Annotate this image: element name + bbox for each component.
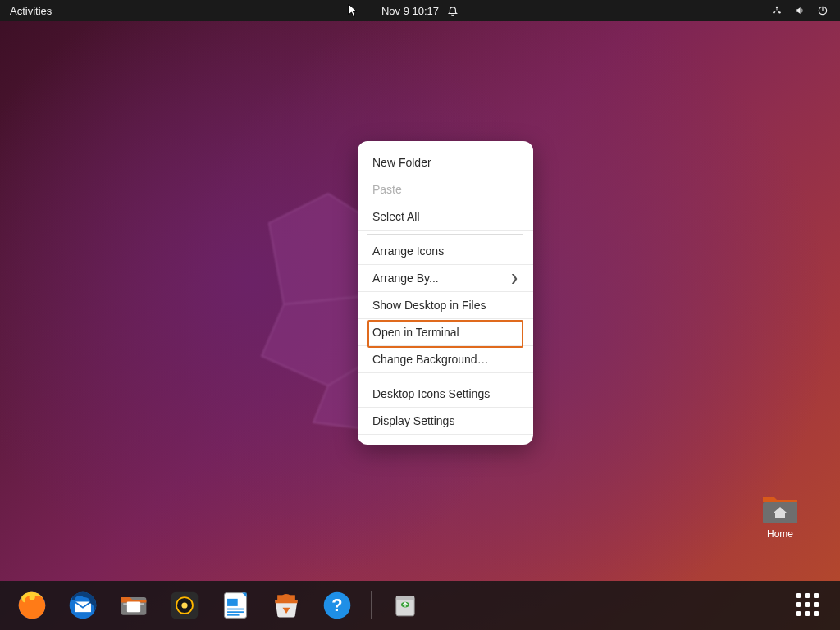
menu-item-new-folder[interactable]: New Folder bbox=[358, 149, 533, 176]
svg-rect-13 bbox=[127, 601, 140, 612]
dock-app-ubuntu-software[interactable] bbox=[269, 588, 304, 623]
apps-grid-icon bbox=[796, 593, 820, 618]
menu-item-label: Display Settings bbox=[372, 414, 454, 427]
svg-point-3 bbox=[776, 7, 778, 8]
menu-item-show-desktop-in-files[interactable]: Show Desktop in Files bbox=[358, 292, 533, 319]
menu-item-label: Open in Terminal bbox=[372, 326, 459, 339]
dock-app-firefox[interactable] bbox=[15, 588, 49, 623]
menu-item-label: Desktop Icons Settings bbox=[372, 387, 490, 400]
dock-app-trash[interactable] bbox=[388, 588, 422, 623]
menu-item-label: New Folder bbox=[372, 156, 431, 169]
menu-item-label: Select All bbox=[372, 210, 420, 223]
dock: ? bbox=[0, 581, 840, 630]
menu-item-label: Show Desktop in Files bbox=[372, 299, 486, 312]
menu-item-desktop-icons-settings[interactable]: Desktop Icons Settings bbox=[358, 381, 533, 408]
dock-app-files[interactable] bbox=[116, 588, 151, 623]
dock-app-help[interactable]: ? bbox=[320, 588, 354, 623]
menu-item-select-all[interactable]: Select All bbox=[358, 203, 533, 231]
menu-item-label: Change Background… bbox=[372, 353, 489, 366]
home-folder-icon bbox=[761, 492, 799, 525]
menu-separator bbox=[368, 377, 523, 377]
chevron-right-icon: ❯ bbox=[510, 272, 518, 284]
activities-button[interactable]: Activities bbox=[0, 0, 62, 21]
menu-item-display-settings[interactable]: Display Settings bbox=[358, 408, 533, 435]
menu-item-arrange-by[interactable]: Arrange By... ❯ bbox=[358, 265, 533, 292]
notifications-icon[interactable] bbox=[447, 5, 459, 16]
network-icon[interactable] bbox=[771, 5, 783, 16]
menu-item-arrange-icons[interactable]: Arrange Icons bbox=[358, 238, 533, 265]
show-applications-button[interactable] bbox=[791, 588, 825, 623]
svg-rect-23 bbox=[277, 595, 295, 600]
menu-item-label: Arrange By... bbox=[372, 272, 439, 285]
svg-text:?: ? bbox=[331, 595, 342, 615]
clock-label: Nov 9 10:17 bbox=[381, 5, 439, 17]
menu-separator bbox=[368, 234, 523, 235]
svg-rect-27 bbox=[396, 596, 414, 600]
menu-item-paste: Paste bbox=[358, 176, 533, 203]
topbar-center[interactable]: Nov 9 10:17 bbox=[381, 5, 459, 17]
top-bar: Activities Nov 9 10:17 bbox=[0, 0, 840, 21]
menu-item-label: Arrange Icons bbox=[372, 244, 444, 258]
menu-item-open-in-terminal[interactable]: Open in Terminal bbox=[358, 319, 533, 346]
desktop-context-menu: New Folder Paste Select All Arrange Icon… bbox=[358, 141, 533, 445]
desktop-icon-home[interactable]: Home bbox=[751, 492, 809, 540]
dock-app-rhythmbox[interactable] bbox=[167, 588, 202, 623]
dock-app-libreoffice-writer[interactable] bbox=[218, 588, 253, 623]
menu-item-change-background[interactable]: Change Background… bbox=[358, 346, 533, 373]
activities-label: Activities bbox=[10, 5, 52, 17]
svg-rect-19 bbox=[227, 599, 238, 606]
dock-app-thunderbird[interactable] bbox=[66, 588, 100, 623]
menu-item-label: Paste bbox=[372, 183, 402, 196]
topbar-right bbox=[771, 5, 840, 16]
power-icon[interactable] bbox=[817, 5, 829, 16]
desktop-icon-home-label: Home bbox=[751, 528, 809, 540]
dock-divider bbox=[371, 591, 372, 619]
volume-icon[interactable] bbox=[794, 5, 806, 16]
svg-point-17 bbox=[181, 602, 187, 608]
